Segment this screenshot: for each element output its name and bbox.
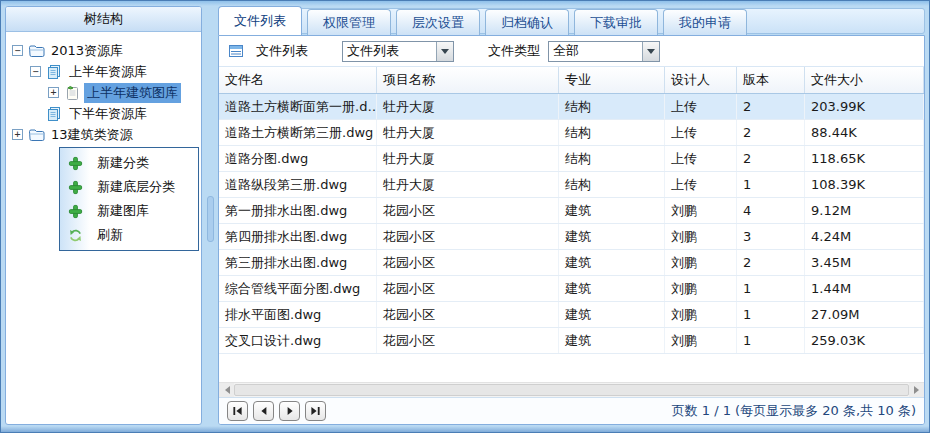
table-row[interactable]: 第三册排水出图.dwg花园小区建筑刘鹏23.45M bbox=[219, 250, 924, 276]
splitter-handle[interactable] bbox=[207, 196, 214, 242]
scrollbar-thumb[interactable] bbox=[234, 384, 909, 396]
expand-icon[interactable]: + bbox=[12, 129, 23, 140]
column-header[interactable]: 专业 bbox=[559, 67, 665, 93]
tree-node-label[interactable]: 上半年资源库 bbox=[66, 62, 150, 82]
library-icon bbox=[63, 85, 81, 101]
table-cell: 花园小区 bbox=[377, 328, 559, 353]
table-row[interactable]: 第四册排水出图.dwg花园小区建筑刘鹏34.24M bbox=[219, 224, 924, 250]
plus-icon bbox=[67, 203, 83, 219]
menu-item-label: 新建底层分类 bbox=[97, 178, 175, 196]
table-cell: 建筑 bbox=[559, 250, 665, 275]
toolbar-title: 文件列表 bbox=[256, 42, 308, 60]
table-cell: 牡丹大厦 bbox=[377, 172, 559, 197]
column-header[interactable]: 文件大小 bbox=[805, 67, 924, 93]
table-row[interactable]: 交叉口设计.dwg花园小区建筑刘鹏1259.03K bbox=[219, 328, 924, 354]
app-window: 树结构 −2013资源库−上半年资源库+上半年建筑图库下半年资源库+13建筑类资… bbox=[0, 0, 930, 433]
tree-node[interactable]: 下半年资源库 bbox=[6, 103, 201, 124]
file-type-select[interactable]: 全部 bbox=[548, 41, 660, 62]
table-cell: 结构 bbox=[559, 94, 665, 119]
last-page-button[interactable] bbox=[305, 401, 326, 421]
table-cell: 建筑 bbox=[559, 328, 665, 353]
table-row[interactable]: 道路分图.dwg牡丹大厦结构上传2118.65K bbox=[219, 146, 924, 172]
file-view-select-value: 文件列表 bbox=[343, 42, 436, 60]
panel-splitter[interactable] bbox=[204, 6, 217, 425]
tree-node-label[interactable]: 2013资源库 bbox=[48, 41, 126, 61]
next-page-button[interactable] bbox=[279, 401, 300, 421]
tree-node[interactable]: +上半年建筑图库 bbox=[6, 82, 201, 103]
table-cell: 建筑 bbox=[559, 302, 665, 327]
tab-level-settings[interactable]: 层次设置 bbox=[396, 9, 480, 35]
file-type-label: 文件类型 bbox=[488, 42, 540, 60]
tabs: 文件列表权限管理层次设置归档确认下载审批我的申请 bbox=[218, 6, 752, 35]
table-row[interactable]: 综合管线平面分图.dwg花园小区建筑刘鹏11.44M bbox=[219, 276, 924, 302]
table-cell: 1 bbox=[737, 276, 805, 301]
column-header[interactable]: 文件名 bbox=[219, 67, 377, 93]
collapse-icon[interactable]: − bbox=[12, 45, 23, 56]
table-cell: 9.12M bbox=[805, 198, 924, 223]
tree-node-label[interactable]: 上半年建筑图库 bbox=[84, 83, 181, 103]
documents-icon bbox=[45, 106, 63, 122]
documents-icon bbox=[45, 64, 63, 80]
menu-item-new-bottom-category[interactable]: 新建底层分类 bbox=[60, 175, 198, 199]
table-cell: 结构 bbox=[559, 146, 665, 171]
next-page-icon bbox=[285, 406, 295, 416]
tree-node-label[interactable]: 13建筑类资源 bbox=[48, 125, 136, 145]
tree-panel-title: 树结构 bbox=[84, 11, 123, 26]
expand-icon[interactable]: + bbox=[48, 87, 59, 98]
table-cell: 2 bbox=[737, 250, 805, 275]
table-cell: 118.65K bbox=[805, 146, 924, 171]
table-cell: 建筑 bbox=[559, 224, 665, 249]
table-row[interactable]: 排水平面图.dwg花园小区建筑刘鹏127.09M bbox=[219, 302, 924, 328]
tree-node[interactable]: +13建筑类资源 bbox=[6, 124, 201, 145]
table-cell: 花园小区 bbox=[377, 224, 559, 249]
tab-archive-confirm[interactable]: 归档确认 bbox=[485, 9, 569, 35]
table-cell: 上传 bbox=[665, 94, 737, 119]
main-panel: 文件列表权限管理层次设置归档确认下载审批我的申请 文件列表 文件列表 文件类型 … bbox=[218, 6, 925, 425]
table-cell: 203.99K bbox=[805, 94, 924, 119]
table-cell: 4.24M bbox=[805, 224, 924, 249]
table-cell: 1.44M bbox=[805, 276, 924, 301]
table-cell: 刘鹏 bbox=[665, 198, 737, 223]
column-header[interactable]: 版本 bbox=[737, 67, 805, 93]
scroll-right-icon[interactable] bbox=[909, 383, 924, 397]
menu-item-new-library[interactable]: 新建图库 bbox=[60, 199, 198, 223]
tree-node-label[interactable]: 下半年资源库 bbox=[66, 104, 150, 124]
file-view-select[interactable]: 文件列表 bbox=[342, 41, 454, 62]
menu-item-new-category[interactable]: 新建分类 bbox=[60, 151, 198, 175]
column-header[interactable]: 项目名称 bbox=[377, 67, 559, 93]
prev-page-button[interactable] bbox=[253, 401, 274, 421]
table-row[interactable]: 第一册排水出图.dwg花园小区建筑刘鹏49.12M bbox=[219, 198, 924, 224]
table-cell: 4 bbox=[737, 198, 805, 223]
scroll-left-icon[interactable] bbox=[219, 383, 234, 397]
tree-node[interactable]: −上半年资源库 bbox=[6, 61, 201, 82]
table-header: 文件名项目名称专业设计人版本文件大小 bbox=[219, 67, 924, 94]
table-row[interactable]: 道路纵段第三册.dwg牡丹大厦结构上传1108.39K bbox=[219, 172, 924, 198]
table-cell: 刘鹏 bbox=[665, 250, 737, 275]
tab-strip: 文件列表权限管理层次设置归档确认下载审批我的申请 bbox=[218, 6, 925, 35]
tab-download-approval[interactable]: 下载审批 bbox=[574, 9, 658, 35]
table-cell: 第三册排水出图.dwg bbox=[219, 250, 377, 275]
table-cell: 上传 bbox=[665, 120, 737, 145]
tab-my-applications[interactable]: 我的申请 bbox=[663, 9, 747, 35]
first-page-icon bbox=[232, 406, 243, 416]
table-row[interactable]: 道路土方横断第三册.dwg牡丹大厦结构上传288.44K bbox=[219, 120, 924, 146]
chevron-down-icon[interactable] bbox=[436, 42, 453, 61]
menu-item-refresh[interactable]: 刷新 bbox=[60, 223, 198, 247]
table-cell: 2 bbox=[737, 120, 805, 145]
table-row[interactable]: 道路土方横断面第一册.d…牡丹大厦结构上传2203.99K bbox=[219, 94, 924, 120]
pagination-status: 页数 1 / 1 (每页显示最多 20 条,共 10 条) bbox=[672, 402, 916, 420]
tree-node[interactable]: −2013资源库 bbox=[6, 40, 201, 61]
chevron-down-icon[interactable] bbox=[642, 42, 659, 61]
horizontal-scrollbar[interactable] bbox=[219, 382, 924, 397]
table-cell: 3.45M bbox=[805, 250, 924, 275]
table-cell: 建筑 bbox=[559, 198, 665, 223]
first-page-button[interactable] bbox=[227, 401, 248, 421]
tab-permission-management[interactable]: 权限管理 bbox=[307, 9, 391, 35]
list-icon bbox=[227, 43, 245, 59]
menu-item-label: 刷新 bbox=[97, 226, 123, 244]
column-header[interactable]: 设计人 bbox=[665, 67, 737, 93]
tab-file-list[interactable]: 文件列表 bbox=[218, 6, 302, 35]
collapse-icon[interactable]: − bbox=[30, 66, 41, 77]
table-cell: 第一册排水出图.dwg bbox=[219, 198, 377, 223]
table-cell: 道路分图.dwg bbox=[219, 146, 377, 171]
